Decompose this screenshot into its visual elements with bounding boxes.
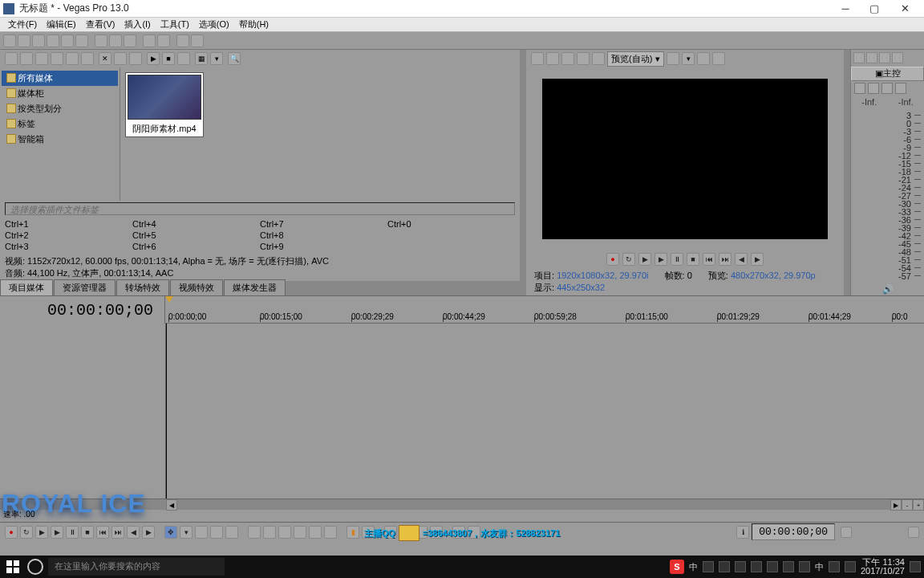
play-start-button[interactable]: ▶ bbox=[35, 526, 48, 539]
open-icon[interactable] bbox=[18, 35, 30, 47]
loop-button[interactable]: ↻ bbox=[20, 526, 33, 539]
tab-videofx[interactable]: 视频特效 bbox=[170, 279, 223, 295]
play-start-button[interactable]: ▶ bbox=[638, 253, 651, 266]
dim-icon[interactable] bbox=[881, 83, 893, 94]
prev-frame-button[interactable]: ◀ bbox=[735, 253, 748, 266]
pause-button[interactable]: ⏸ bbox=[671, 253, 683, 266]
tracks-area[interactable] bbox=[0, 324, 924, 499]
scan-icon[interactable] bbox=[35, 52, 48, 65]
quality-icon[interactable] bbox=[592, 52, 605, 65]
stop-button[interactable]: ■ bbox=[81, 526, 94, 539]
go-end-button[interactable]: ⏭ bbox=[719, 253, 732, 266]
menu-tools[interactable]: 工具(T) bbox=[156, 17, 194, 32]
normal-edit-icon[interactable]: ✥ bbox=[164, 526, 177, 539]
copy-snap-icon[interactable] bbox=[697, 52, 710, 65]
select-icon[interactable] bbox=[210, 526, 223, 539]
next-frame-button[interactable]: ▶ bbox=[142, 526, 155, 539]
tray-icon[interactable] bbox=[783, 561, 794, 572]
tab-project-media[interactable]: 项目媒体 bbox=[0, 279, 53, 295]
timecode-display[interactable]: 00:00:00;00 bbox=[0, 296, 165, 324]
pause-button[interactable]: ⏸ bbox=[66, 526, 79, 539]
tree-item[interactable]: 标签 bbox=[2, 116, 118, 132]
capture-icon[interactable] bbox=[20, 52, 33, 65]
split-icon[interactable] bbox=[577, 52, 590, 65]
playhead-line[interactable] bbox=[166, 324, 167, 499]
ignore-icon[interactable] bbox=[324, 526, 337, 539]
bottom-timecode[interactable]: 00:00:00;00 bbox=[752, 523, 835, 540]
notification-icon[interactable] bbox=[910, 561, 921, 572]
menu-options[interactable]: 选项(O) bbox=[194, 17, 234, 32]
tray-icon[interactable] bbox=[703, 561, 714, 572]
new-icon[interactable] bbox=[3, 35, 16, 47]
shortcut[interactable]: Ctrl+1 bbox=[5, 218, 132, 230]
view-icon[interactable]: ▦ bbox=[195, 52, 208, 65]
media-tree[interactable]: 所有媒体 媒体柜 按类型划分 标签 智能箱 bbox=[0, 67, 120, 201]
tree-item[interactable]: 按类型划分 bbox=[2, 101, 118, 116]
tree-root[interactable]: 所有媒体 bbox=[2, 71, 118, 86]
lock-icon[interactable] bbox=[309, 526, 322, 539]
taskbar-search[interactable]: 在这里输入你要搜索的内容 bbox=[48, 558, 225, 576]
refresh-icon[interactable] bbox=[177, 52, 190, 65]
dropdown-icon[interactable]: ▾ bbox=[682, 52, 695, 65]
meter-tool-icon[interactable] bbox=[853, 52, 865, 63]
tool3-icon[interactable] bbox=[452, 526, 465, 539]
next-frame-button[interactable]: ▶ bbox=[751, 253, 764, 266]
tray-icon[interactable] bbox=[799, 561, 810, 572]
properties-icon[interactable] bbox=[61, 35, 74, 47]
ruler-ticks[interactable]: 0:00:00;0000:00:15;0000:00:29;2900:00:44… bbox=[165, 296, 924, 324]
shortcut[interactable]: Ctrl+9 bbox=[260, 241, 387, 252]
meter-tool-icon[interactable] bbox=[879, 52, 890, 63]
tab-generators[interactable]: 媒体发生器 bbox=[224, 279, 286, 295]
start-button[interactable] bbox=[3, 559, 22, 575]
props-icon[interactable] bbox=[531, 52, 544, 65]
split-icon[interactable] bbox=[384, 526, 397, 539]
master-header[interactable]: ▣ 主控 bbox=[851, 67, 924, 80]
thumbnail-area[interactable]: 阴阳师素材.mp4 bbox=[120, 67, 520, 201]
minimize-button[interactable]: ─ bbox=[831, 0, 860, 18]
corner2-icon[interactable] bbox=[908, 527, 919, 538]
cut-icon[interactable] bbox=[95, 35, 107, 47]
paste-icon[interactable] bbox=[124, 35, 136, 47]
ime-label[interactable]: 中 bbox=[815, 561, 824, 573]
meter-tool-icon[interactable] bbox=[866, 52, 877, 63]
mute-icon[interactable] bbox=[868, 83, 879, 94]
meter-tool-icon[interactable] bbox=[892, 52, 903, 63]
overlay-icon[interactable] bbox=[561, 52, 574, 65]
remove-icon[interactable]: ✕ bbox=[99, 52, 111, 65]
marker-icon[interactable]: ▮ bbox=[346, 526, 359, 539]
safe-icon[interactable] bbox=[667, 52, 679, 65]
dropdown-icon[interactable]: ▾ bbox=[180, 526, 192, 539]
disc-icon[interactable] bbox=[66, 52, 79, 65]
zoom-icon[interactable]: 🔍 bbox=[228, 52, 241, 65]
tool2-icon[interactable]: ▾ bbox=[430, 526, 443, 539]
props-icon[interactable] bbox=[114, 52, 127, 65]
scroll-right-icon[interactable]: ▶ bbox=[890, 499, 902, 511]
web-icon[interactable] bbox=[51, 52, 63, 65]
info-icon[interactable]: ℹ bbox=[736, 526, 749, 539]
network-icon[interactable] bbox=[829, 561, 840, 572]
menu-insert[interactable]: 插入(I) bbox=[120, 17, 155, 32]
stop-icon[interactable]: ■ bbox=[162, 52, 175, 65]
tray-icon[interactable] bbox=[719, 561, 730, 572]
tray-icon[interactable] bbox=[735, 561, 746, 572]
redo-icon[interactable] bbox=[157, 35, 170, 47]
tool4-icon[interactable] bbox=[468, 526, 480, 539]
dropdown-icon[interactable]: ▾ bbox=[210, 52, 223, 65]
shortcut[interactable]: Ctrl+7 bbox=[260, 218, 387, 230]
scroll-left-icon[interactable]: ◀ bbox=[166, 499, 177, 511]
search-icon[interactable] bbox=[81, 52, 94, 65]
play-button[interactable]: ▶ bbox=[51, 526, 63, 539]
render-icon[interactable] bbox=[47, 35, 59, 47]
zoom-icon[interactable] bbox=[225, 526, 238, 539]
help-icon[interactable] bbox=[191, 35, 204, 47]
save-snap-icon[interactable] bbox=[712, 52, 725, 65]
copy-icon[interactable] bbox=[109, 35, 122, 47]
region-icon[interactable] bbox=[362, 526, 375, 539]
fx-icon[interactable] bbox=[854, 83, 865, 94]
close-button[interactable]: ✕ bbox=[889, 0, 921, 18]
cortana-icon[interactable] bbox=[27, 559, 43, 575]
sogou-ime-icon[interactable]: S bbox=[670, 560, 684, 574]
mono-icon[interactable] bbox=[895, 83, 906, 94]
corner-icon[interactable] bbox=[841, 527, 852, 538]
shortcut[interactable]: Ctrl+6 bbox=[132, 241, 260, 252]
